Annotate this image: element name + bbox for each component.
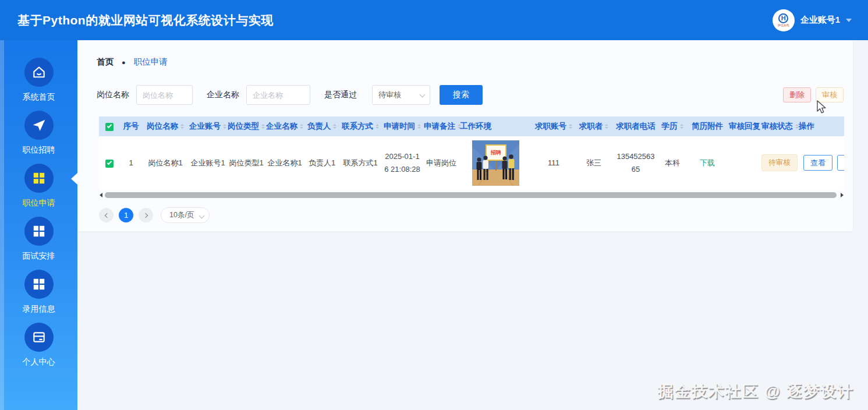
cell-company-account: 企业账号1 <box>189 136 227 190</box>
sidebar-item-hire-info[interactable]: 录用信息 <box>0 265 77 318</box>
row-checkbox[interactable] <box>105 160 114 168</box>
cell-resume: 下载 <box>686 136 729 190</box>
mouse-cursor <box>815 100 828 114</box>
page-size-value: 10条/页 <box>169 210 194 220</box>
col-apply-note: 申请备注 <box>424 116 459 136</box>
sidebar-item-job-apply[interactable]: 职位申请 <box>0 159 77 212</box>
current-page-button[interactable]: 1 <box>119 208 133 222</box>
sidebar-item-job-recruit[interactable]: 职位招聘 <box>0 106 77 159</box>
sort-caret-icon[interactable] <box>417 122 421 130</box>
col-work-env: 工作环境 <box>459 116 532 136</box>
cell-seeker-phone: 13545256365 <box>612 136 659 190</box>
sort-caret-icon[interactable] <box>569 122 572 130</box>
audit-status-select[interactable]: 待审核 <box>372 85 430 105</box>
sidebar-nav: 系统首页 职位招聘 职位申请 面试安排 录用信息 <box>0 40 77 410</box>
cell-seeker: 张三 <box>575 136 612 190</box>
next-page-button[interactable] <box>139 208 153 222</box>
bulk-action-buttons: 删除 审核 <box>783 87 844 102</box>
scroll-left-icon[interactable] <box>100 193 102 197</box>
col-company-account: 企业账号 <box>189 116 227 136</box>
sort-caret-icon[interactable] <box>261 122 265 130</box>
cell-education: 本科 <box>659 136 686 190</box>
cell-apply-note: 申请岗位 <box>424 136 459 190</box>
cell-job-name: 岗位名称1 <box>142 136 189 190</box>
active-item-arrow <box>71 173 77 185</box>
pagination: 1 10条/页 <box>99 207 210 223</box>
col-actions: 操作 <box>798 116 844 136</box>
sidebar-item-label: 个人中心 <box>23 357 55 367</box>
pass-filter-label: 是否通过 <box>324 90 357 100</box>
invite-interview-button[interactable]: 邀请面试 <box>837 155 844 171</box>
grid-icon <box>24 217 54 246</box>
cell-job-type: 岗位类型1 <box>227 136 265 190</box>
sort-caret-icon[interactable] <box>300 122 303 130</box>
breadcrumb-current-link[interactable]: 职位申请 <box>134 56 168 68</box>
sort-caret-icon[interactable] <box>680 122 683 130</box>
cell-audit-reply <box>729 136 761 190</box>
chevron-right-icon <box>143 213 147 217</box>
company-name-input[interactable] <box>246 85 310 105</box>
chevron-down-icon <box>199 213 205 219</box>
cell-company-name: 企业名称1 <box>265 136 304 190</box>
cell-work-env: 招聘 <box>459 136 532 190</box>
breadcrumb: 首页 ● 职位申请 <box>97 56 168 68</box>
cell-seeker-account: 111 <box>532 136 575 190</box>
sort-caret-icon[interactable] <box>333 122 336 130</box>
breadcrumb-home-link[interactable]: 首页 <box>97 56 114 68</box>
top-header-bar: 基于Python的就业网站可视化系统设计与实现 H 伊信光电 企业账号1 <box>0 0 868 40</box>
svg-text:招聘: 招聘 <box>490 150 501 155</box>
col-contact: 联系方式 <box>340 116 381 136</box>
main-content: 首页 ● 职位申请 岗位名称 企业名称 是否通过 待审核 搜索 删除 审核 <box>77 40 868 410</box>
chevron-down-icon <box>846 19 852 22</box>
col-index: 序号 <box>120 116 142 136</box>
work-env-image[interactable]: 招聘 <box>472 140 519 186</box>
col-apply-time: 申请时间 <box>381 116 424 136</box>
col-audit-status: 审核状态 <box>761 116 798 136</box>
job-name-filter-label: 岗位名称 <box>97 90 129 100</box>
col-job-name: 岗位名称 <box>142 116 189 136</box>
search-button[interactable]: 搜索 <box>440 85 483 105</box>
page-size-select[interactable]: 10条/页 <box>161 207 210 223</box>
col-education: 学历 <box>659 116 686 136</box>
download-link[interactable]: 下载 <box>700 158 715 167</box>
cell-audit-status: 待审核 <box>761 136 798 190</box>
scroll-right-icon[interactable] <box>841 193 844 197</box>
cell-contact: 联系方式1 <box>340 136 381 190</box>
app-title: 基于Python的就业网站可视化系统设计与实现 <box>17 12 274 29</box>
sidebar-item-label: 录用信息 <box>23 304 55 314</box>
chevron-left-icon <box>104 213 109 217</box>
sidebar-item-interview-schedule[interactable]: 面试安排 <box>0 212 77 265</box>
view-button[interactable]: 查看 <box>803 155 832 171</box>
col-audit-reply: 审核回复 <box>729 116 761 136</box>
company-logo-caption: 伊信光电 <box>778 24 789 27</box>
col-job-type: 岗位类型 <box>227 116 265 136</box>
grid-icon <box>24 164 54 193</box>
sidebar-item-personal-center[interactable]: 个人中心 <box>0 318 77 371</box>
sort-caret-icon[interactable] <box>223 122 226 130</box>
job-name-input[interactable] <box>136 85 193 105</box>
scrollbar-thumb[interactable] <box>105 192 837 198</box>
sort-caret-icon[interactable] <box>180 122 184 130</box>
company-logo-icon: H <box>778 13 788 23</box>
home-icon <box>24 58 54 87</box>
sidebar-item-system-home[interactable]: 系统首页 <box>0 53 77 106</box>
filter-toolbar: 岗位名称 企业名称 是否通过 待审核 搜索 <box>97 84 483 105</box>
card-icon <box>24 323 54 352</box>
col-seeker-account: 求职账号 <box>532 116 575 136</box>
sidebar-item-label: 面试安排 <box>23 251 55 261</box>
select-all-checkbox[interactable] <box>105 123 114 131</box>
sidebar-item-label: 系统首页 <box>23 92 55 102</box>
avatar[interactable]: H 伊信光电 <box>773 9 795 31</box>
account-name: 企业账号1 <box>800 15 840 26</box>
prev-page-button[interactable] <box>99 208 114 222</box>
account-dropdown[interactable]: H 伊信光电 企业账号1 <box>773 9 852 31</box>
sort-caret-icon[interactable] <box>605 122 608 130</box>
breadcrumb-separator: ● <box>122 59 126 66</box>
applications-table: 序号 岗位名称 企业账号 岗位类型 企业名称 负责人 联系方式 申请时间 申请备… <box>99 116 844 190</box>
delete-button[interactable]: 删除 <box>783 87 811 102</box>
table-header-row: 序号 岗位名称 企业账号 岗位类型 企业名称 负责人 联系方式 申请时间 申请备… <box>99 116 844 136</box>
sort-caret-icon[interactable] <box>375 122 379 130</box>
horizontal-scrollbar[interactable] <box>99 191 844 199</box>
table-row: 1 岗位名称1 企业账号1 岗位类型1 企业名称1 负责人1 联系方式1 202… <box>99 136 844 190</box>
cell-apply-time: 2025-01-16 21:08:28 <box>381 136 424 190</box>
